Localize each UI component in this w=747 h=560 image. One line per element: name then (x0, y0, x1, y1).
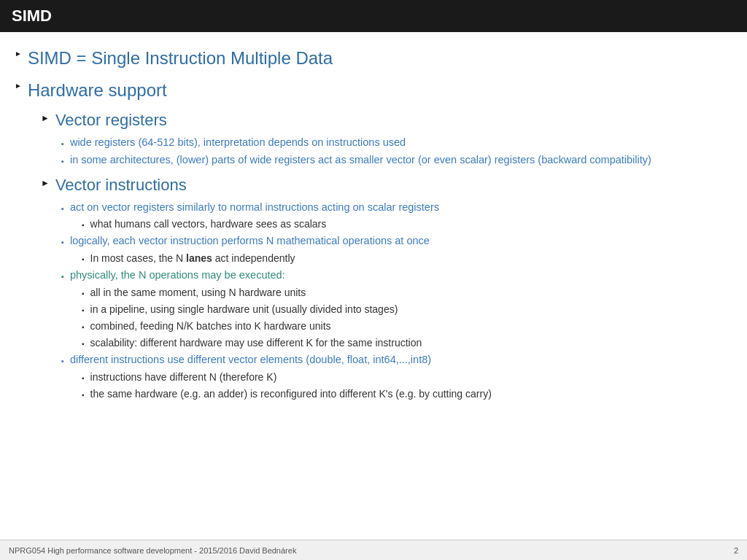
slide-title: SIMD (12, 7, 52, 26)
arrow-icon-vr: ► (41, 112, 50, 125)
arrow-icon-1: ► (15, 80, 22, 91)
bullet-icon-vr1: ▪ (61, 138, 64, 150)
simd-definition-item: ► SIMD = Single Instruction Multiple Dat… (15, 45, 732, 71)
vi-3-2-item: ▪ in a pipeline, using single hardware u… (82, 302, 732, 317)
vi-1-1-text: what humans call vectors, hardware sees … (90, 217, 327, 232)
vi-item-3: ▪ physically, the N operations may be ex… (61, 268, 732, 284)
bullet-icon-vi3-2: ▪ (82, 305, 85, 316)
vi-2-children: ▪ In most cases, the N lanes act indepen… (82, 251, 732, 266)
bullet-icon-vi3-4: ▪ (82, 338, 85, 349)
vi-3-3-item: ▪ combined, feeding N/K batches into K h… (82, 319, 732, 334)
vi-item-1: ▪ act on vector registers similarly to n… (61, 200, 732, 216)
bullet-icon-vi2-1: ▪ (82, 254, 85, 265)
vector-instructions-children: ▪ act on vector registers similarly to n… (61, 200, 732, 402)
vi-2-1-item: ▪ In most cases, the N lanes act indepen… (82, 251, 732, 266)
vi-item-2: ▪ logically, each vector instruction per… (61, 233, 732, 249)
footer-right: 2 (734, 546, 738, 555)
bullet-icon-vi1-1: ▪ (82, 219, 85, 230)
bullet-icon-vi3-3: ▪ (82, 322, 85, 332)
vi-3-4-item: ▪ scalability: different hardware may us… (82, 335, 732, 351)
arrow-icon-0: ► (15, 48, 22, 59)
arrow-icon-vi: ► (41, 176, 50, 190)
vector-instructions-text: Vector instructions (55, 173, 187, 197)
simd-definition-text: SIMD = Single Instruction Multiple Data (28, 45, 333, 71)
vi-4-2-item: ▪ the same hardware (e.g. an adder) is r… (82, 386, 732, 402)
vi-3-3-text: combined, feeding N/K batches into K har… (90, 319, 331, 334)
bullet-icon-vi4-2: ▪ (82, 389, 85, 400)
vr-item-1: ▪ wide registers (64-512 bits), interpre… (61, 135, 732, 151)
hardware-support-item: ► Hardware support (15, 77, 732, 104)
vi-4-2-text: the same hardware (e.g. an adder) is rec… (90, 386, 492, 402)
footer: NPRG054 High performance software develo… (0, 540, 747, 560)
vi-4-children: ▪ instructions have different N (therefo… (82, 370, 732, 402)
vi-4-1-text: instructions have different N (therefore… (90, 370, 277, 385)
vi-3-2-text: in a pipeline, using single hardware uni… (90, 302, 398, 317)
bullet-icon-vi3-1: ▪ (82, 288, 85, 299)
vector-registers-item: ► Vector registers (41, 108, 732, 132)
content-area: ► SIMD = Single Instruction Multiple Dat… (0, 32, 747, 432)
vi-3-1-item: ▪ all in the same moment, using N hardwa… (82, 285, 732, 300)
vi-3-4-text: scalability: different hardware may use … (90, 335, 422, 351)
footer-left: NPRG054 High performance software develo… (9, 546, 296, 555)
vr-text-1: wide registers (64-512 bits), interpreta… (70, 135, 406, 151)
vector-registers-children: ▪ wide registers (64-512 bits), interpre… (61, 135, 732, 168)
bullet-icon-vr2: ▪ (61, 155, 64, 168)
vi-2-1-text: In most cases, the N lanes act independe… (90, 251, 295, 266)
vi-3-children: ▪ all in the same moment, using N hardwa… (82, 285, 732, 351)
vi-text-4: different instructions use different vec… (70, 352, 431, 368)
bullet-icon-vi4: ▪ (61, 355, 64, 368)
bold-lanes: lanes (186, 252, 212, 264)
vector-instructions-item: ► Vector instructions (41, 173, 732, 197)
vi-text-1: act on vector registers similarly to nor… (70, 200, 439, 216)
vi-1-children: ▪ what humans call vectors, hardware see… (82, 217, 732, 232)
bullet-icon-vi1: ▪ (61, 203, 64, 215)
hardware-support-children: ► Vector registers ▪ wide registers (64-… (41, 108, 732, 402)
vi-1-1-item: ▪ what humans call vectors, hardware see… (82, 217, 732, 232)
bullet-icon-vi3: ▪ (61, 271, 64, 283)
vi-3-1-text: all in the same moment, using N hardware… (90, 285, 306, 300)
vi-item-4: ▪ different instructions use different v… (61, 352, 732, 368)
vi-4-1-item: ▪ instructions have different N (therefo… (82, 370, 732, 385)
vr-text-2: in some architectures, (lower) parts of … (70, 152, 651, 168)
vector-registers-text: Vector registers (55, 108, 167, 132)
bullet-icon-vi2: ▪ (61, 236, 64, 249)
hardware-support-text: Hardware support (28, 77, 167, 104)
bullet-icon-vi4-1: ▪ (82, 373, 85, 384)
vi-text-3: physically, the N operations may be exec… (70, 268, 285, 284)
vr-item-2: ▪ in some architectures, (lower) parts o… (61, 152, 732, 168)
vi-text-2: logically, each vector instruction perfo… (70, 233, 430, 249)
title-bar: SIMD (0, 0, 747, 32)
